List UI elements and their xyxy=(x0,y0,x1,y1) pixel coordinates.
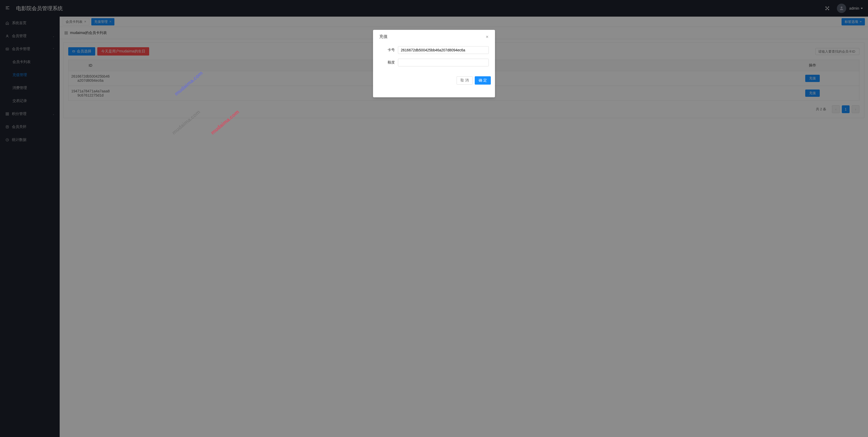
button-label: 取 消 xyxy=(461,78,469,83)
field-label-amount: 额度 xyxy=(379,60,395,65)
form-row-cardno: 卡号 xyxy=(379,46,489,54)
cancel-button[interactable]: 取 消 xyxy=(457,76,473,85)
modal-body: 卡号 额度 xyxy=(373,43,495,74)
form-row-amount: 额度 xyxy=(379,59,489,66)
modal-header: 充值 ✕ xyxy=(373,30,495,43)
modal-footer: 取 消 确 定 xyxy=(373,74,495,89)
ok-button[interactable]: 确 定 xyxy=(475,76,491,85)
button-label: 确 定 xyxy=(478,78,487,83)
modal-overlay[interactable]: 充值 ✕ 卡号 额度 取 消 确 定 xyxy=(0,0,868,437)
amount-input[interactable] xyxy=(398,59,489,66)
field-label-cardno: 卡号 xyxy=(379,48,395,52)
card-no-input[interactable] xyxy=(398,46,489,54)
close-icon[interactable]: ✕ xyxy=(486,35,489,39)
modal-title: 充值 xyxy=(379,34,388,39)
recharge-modal: 充值 ✕ 卡号 额度 取 消 确 定 xyxy=(373,30,495,97)
